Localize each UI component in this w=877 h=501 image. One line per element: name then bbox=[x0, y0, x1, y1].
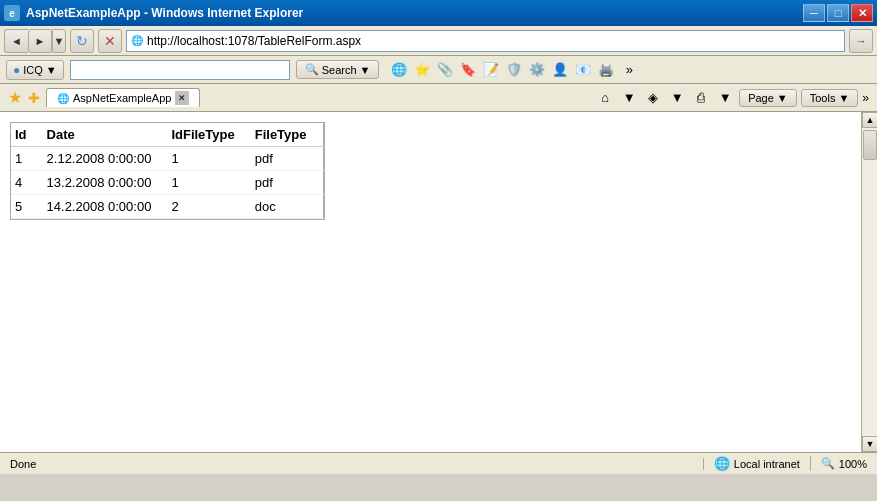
title-bar: e AspNetExampleApp - Windows Internet Ex… bbox=[0, 0, 877, 26]
table-cell: 1 bbox=[11, 147, 43, 171]
scroll-down-button[interactable]: ▼ bbox=[862, 436, 877, 452]
page-icon: 🌐 bbox=[131, 35, 143, 46]
address-bar-input-wrap: 🌐 bbox=[126, 30, 845, 52]
tool-icon-5[interactable]: 📝 bbox=[481, 60, 501, 80]
favorites-star-icon[interactable]: ★ bbox=[8, 88, 22, 107]
tool-icon-7[interactable]: ⚙️ bbox=[527, 60, 547, 80]
table-cell: 2.12.2008 0:00:00 bbox=[43, 147, 168, 171]
favorites-bar: ★ ✚ 🌐 AspNetExampleApp ✕ ⌂ ▼ ◈ ▼ ⎙ ▼ Pag… bbox=[0, 84, 877, 112]
search-input[interactable] bbox=[71, 64, 289, 76]
tool-icon-6[interactable]: 🛡️ bbox=[504, 60, 524, 80]
status-text: Done bbox=[0, 458, 704, 470]
icq-dropdown-icon: ▼ bbox=[46, 64, 57, 76]
col-header-date: Date bbox=[43, 123, 168, 147]
forward-button[interactable]: ► bbox=[28, 29, 52, 53]
tools-label: Tools bbox=[810, 92, 836, 104]
col-header-id: Id bbox=[11, 123, 43, 147]
zoom-label: 100% bbox=[839, 458, 867, 470]
status-bar: Done 🌐 Local intranet 🔍 100% bbox=[0, 452, 877, 474]
icq-button[interactable]: ● ICQ ▼ bbox=[6, 60, 64, 80]
zone-icon: 🌐 bbox=[714, 456, 730, 471]
tab-label: AspNetExampleApp bbox=[73, 92, 171, 104]
col-header-filetype: FileType bbox=[251, 123, 323, 147]
table-cell: pdf bbox=[251, 171, 323, 195]
print-dropdown[interactable]: ▼ bbox=[715, 88, 735, 108]
scroll-thumb[interactable] bbox=[863, 130, 877, 160]
app-icon: e bbox=[4, 5, 20, 21]
status-zone: 🌐 Local intranet bbox=[704, 456, 811, 471]
tools-dropdown-icon: ▼ bbox=[838, 92, 849, 104]
table-cell: 14.2.2008 0:00:00 bbox=[43, 195, 168, 219]
maximize-button[interactable]: □ bbox=[827, 4, 849, 22]
table-row: 514.2.2008 0:00:002doc bbox=[11, 195, 323, 219]
table-cell: 1 bbox=[167, 171, 250, 195]
tool-icon-3[interactable]: 📎 bbox=[435, 60, 455, 80]
home-dropdown[interactable]: ▼ bbox=[619, 88, 639, 108]
table-cell: 13.2.2008 0:00:00 bbox=[43, 171, 168, 195]
refresh-button[interactable]: ↻ bbox=[70, 29, 94, 53]
zoom-icon: 🔍 bbox=[821, 457, 835, 470]
vertical-scrollbar: ▲ ▼ bbox=[861, 112, 877, 452]
add-favorite-icon[interactable]: ✚ bbox=[28, 90, 40, 106]
print-button[interactable]: ⎙ bbox=[691, 88, 711, 108]
status-zoom: 🔍 100% bbox=[811, 457, 877, 470]
minimize-button[interactable]: ─ bbox=[803, 4, 825, 22]
nav-buttons: ◄ ► ▼ bbox=[4, 29, 66, 53]
table-cell: 5 bbox=[11, 195, 43, 219]
toolbar-icons: 🌐 ⭐ 📎 🔖 📝 🛡️ ⚙️ 👤 📧 🖨️ » bbox=[389, 60, 639, 80]
address-input[interactable] bbox=[147, 34, 840, 48]
overflow-icon[interactable]: » bbox=[862, 91, 869, 105]
nav-right-controls: ⌂ ▼ ◈ ▼ ⎙ ▼ Page ▼ Tools ▼ » bbox=[595, 88, 869, 108]
table-row: 12.12.2008 0:00:001pdf bbox=[11, 147, 323, 171]
icq-label: ICQ bbox=[23, 64, 43, 76]
search-button-label: Search bbox=[322, 64, 357, 76]
address-go-button[interactable]: → bbox=[849, 29, 873, 53]
table-row: 413.2.2008 0:00:001pdf bbox=[11, 171, 323, 195]
nav-dropdown[interactable]: ▼ bbox=[52, 29, 66, 53]
feed-dropdown[interactable]: ▼ bbox=[667, 88, 687, 108]
tab-close-button[interactable]: ✕ bbox=[175, 91, 189, 105]
table-cell: doc bbox=[251, 195, 323, 219]
window-title: AspNetExampleApp - Windows Internet Expl… bbox=[26, 6, 803, 20]
home-button[interactable]: ⌂ bbox=[595, 88, 615, 108]
back-button[interactable]: ◄ bbox=[4, 29, 28, 53]
search-input-wrap bbox=[70, 60, 290, 80]
search-icon: 🔍 bbox=[305, 63, 319, 76]
tool-icon-4[interactable]: 🔖 bbox=[458, 60, 478, 80]
zone-label: Local intranet bbox=[734, 458, 800, 470]
tool-icon-8[interactable]: 👤 bbox=[550, 60, 570, 80]
address-bar: ◄ ► ▼ ↻ ✕ 🌐 → bbox=[0, 26, 877, 56]
search-dropdown-icon: ▼ bbox=[360, 64, 371, 76]
feed-button[interactable]: ◈ bbox=[643, 88, 663, 108]
tool-icon-1[interactable]: 🌐 bbox=[389, 60, 409, 80]
table-cell: 4 bbox=[11, 171, 43, 195]
tab-page-icon: 🌐 bbox=[57, 93, 69, 104]
table-cell: 1 bbox=[167, 147, 250, 171]
table-header-row: Id Date IdFileType FileType bbox=[11, 123, 323, 147]
tools-button[interactable]: Tools ▼ bbox=[801, 89, 859, 107]
table-cell: 2 bbox=[167, 195, 250, 219]
data-table-wrap: Id Date IdFileType FileType 12.12.2008 0… bbox=[10, 122, 325, 220]
scroll-up-button[interactable]: ▲ bbox=[862, 112, 877, 128]
window-controls: ─ □ ✕ bbox=[803, 4, 873, 22]
table-cell: pdf bbox=[251, 147, 323, 171]
page-dropdown-icon: ▼ bbox=[777, 92, 788, 104]
search-button[interactable]: 🔍 Search ▼ bbox=[296, 60, 380, 79]
tool-icon-9[interactable]: 📧 bbox=[573, 60, 593, 80]
tool-icon-2[interactable]: ⭐ bbox=[412, 60, 432, 80]
toolbar-bar: ● ICQ ▼ 🔍 Search ▼ 🌐 ⭐ 📎 🔖 📝 🛡️ ⚙️ 👤 📧 🖨… bbox=[0, 56, 877, 84]
icq-icon: ● bbox=[13, 63, 20, 77]
browser-tab[interactable]: 🌐 AspNetExampleApp ✕ bbox=[46, 88, 200, 107]
stop-button[interactable]: ✕ bbox=[98, 29, 122, 53]
page-button[interactable]: Page ▼ bbox=[739, 89, 797, 107]
close-button[interactable]: ✕ bbox=[851, 4, 873, 22]
tool-icon-10[interactable]: 🖨️ bbox=[596, 60, 616, 80]
content-area: Id Date IdFileType FileType 12.12.2008 0… bbox=[0, 112, 877, 452]
col-header-idfiletype: IdFileType bbox=[167, 123, 250, 147]
page-label: Page bbox=[748, 92, 774, 104]
data-table: Id Date IdFileType FileType 12.12.2008 0… bbox=[11, 123, 324, 219]
tool-more[interactable]: » bbox=[619, 60, 639, 80]
